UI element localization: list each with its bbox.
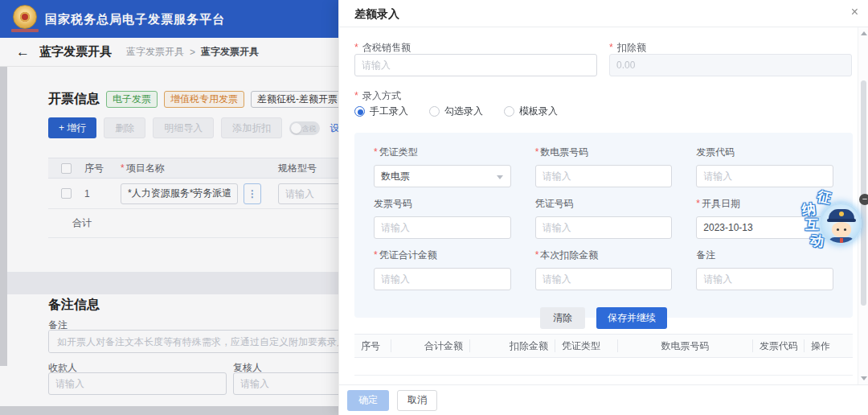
- taxation-emblem-icon: [13, 5, 37, 29]
- voucher-no-label: 凭证号码: [535, 197, 673, 211]
- deduct-amount-field: *本次扣除金额: [535, 249, 673, 290]
- required-mark: *: [121, 162, 125, 174]
- more-options-icon[interactable]: ⋮: [244, 183, 261, 204]
- item-name-input[interactable]: [121, 183, 238, 204]
- col-total-amount: 合计金额: [391, 339, 470, 352]
- radio-manual-entry[interactable]: 手工录入: [354, 105, 408, 118]
- radio-label: 勾选录入: [444, 105, 483, 118]
- invoice-no-field: 发票号码: [374, 197, 511, 239]
- confirm-button[interactable]: 确定: [347, 390, 389, 411]
- voucher-type-field: *凭证类型 数电票: [374, 146, 511, 187]
- drawer-footer: 确定 取消: [339, 384, 868, 415]
- invoice-info-title: 开票信息: [48, 91, 100, 108]
- digital-invoice-no-input[interactable]: [535, 165, 673, 187]
- radio-label: 手工录入: [370, 105, 408, 118]
- assistant-collapse-button[interactable]: −: [859, 194, 868, 205]
- total-label: 合计: [72, 216, 92, 230]
- row-checkbox[interactable]: [61, 188, 72, 199]
- tax-assistant-widget[interactable]: 征 纳 互 动: [798, 185, 867, 254]
- left-gutter: [0, 67, 7, 366]
- payee-input[interactable]: [48, 372, 227, 395]
- deduction-input[interactable]: [609, 54, 852, 76]
- deduct-amount-label: *本次扣除金额: [535, 249, 673, 262]
- detail-import-button[interactable]: 明细导入: [153, 117, 214, 138]
- radio-check-entry[interactable]: 勾选录入: [429, 105, 483, 118]
- select-all-checkbox[interactable]: [61, 163, 72, 174]
- panel-actions: 清除 保存并继续: [374, 300, 833, 329]
- tag-vat-special-invoice: 增值税专用发票: [164, 91, 244, 108]
- col-item-name: * 项目名称: [121, 162, 278, 175]
- page-title: 蓝字发票开具: [39, 44, 112, 60]
- col-seq: 序号: [84, 162, 121, 175]
- deduct-amount-input[interactable]: [535, 268, 673, 290]
- sales-amount-label-text: 含税销售额: [362, 42, 411, 53]
- back-arrow-icon[interactable]: ←: [16, 44, 30, 60]
- entry-mode-radios: 手工录入 勾选录入 模板录入: [354, 105, 558, 118]
- add-row-button[interactable]: + 增行: [48, 117, 96, 138]
- deduction-label: * 扣除额: [609, 41, 646, 55]
- invoice-code-input[interactable]: [696, 165, 833, 187]
- breadcrumb-item[interactable]: 蓝字发票开具: [126, 45, 184, 59]
- toggle-knob: [291, 123, 301, 134]
- officer-tie: [840, 238, 843, 244]
- col-digital-invoice-no: 数电票号码: [618, 339, 753, 352]
- digital-invoice-no-field: *数电票号码: [535, 146, 673, 187]
- cancel-button[interactable]: 取消: [397, 390, 437, 411]
- delete-button[interactable]: 删除: [104, 117, 145, 138]
- voucher-type-label: *凭证类型: [374, 146, 511, 159]
- assistant-avatar[interactable]: [820, 203, 862, 244]
- add-discount-button[interactable]: 添加折扣: [221, 117, 282, 138]
- remark-info-title: 备注信息: [48, 297, 100, 314]
- officer-eye: [844, 228, 846, 231]
- digital-invoice-no-label: *数电票号码: [535, 146, 673, 159]
- required-mark: *: [609, 42, 613, 53]
- required-mark: *: [354, 42, 358, 53]
- toggle-label: 含税: [301, 124, 316, 134]
- radio-label: 模板录入: [519, 105, 558, 118]
- spec-input[interactable]: [278, 183, 341, 204]
- col-item-name-label: 项目名称: [126, 162, 165, 175]
- col-seq: 序号: [354, 339, 391, 352]
- sales-amount-input[interactable]: [354, 54, 597, 76]
- col-invoice-code: 发票代码: [753, 339, 805, 352]
- form-remark-input[interactable]: [696, 268, 833, 290]
- voucher-total-input[interactable]: [374, 268, 511, 290]
- difference-entry-drawer: 差额录入 × * 含税销售额 * 扣除额 * 录入方式 手工录入 勾选录入: [338, 0, 868, 415]
- voucher-total-field: *凭证合计金额: [374, 249, 511, 290]
- col-deduct-amount: 扣除金额: [470, 339, 555, 352]
- voucher-no-field: 凭证号码: [535, 197, 673, 239]
- breadcrumb-separator: >: [190, 47, 195, 58]
- tag-difference-taxation: 差额征税-差额开票: [251, 91, 344, 108]
- breadcrumb-item-current: 蓝字发票开具: [201, 45, 259, 59]
- entry-mode-label-text: 录入方式: [362, 90, 401, 101]
- entry-mode-label: * 录入方式: [354, 89, 401, 103]
- drawer-title: 差额录入: [354, 7, 399, 22]
- invoice-no-input[interactable]: [374, 216, 511, 239]
- invoice-no-label: 发票号码: [374, 197, 511, 211]
- screen: 国家税务总局电子发票服务平台 ← 蓝字发票开具 蓝字发票开具 > 蓝字发票开具 …: [0, 0, 868, 415]
- emblem-caption: [11, 29, 39, 32]
- voucher-type-select[interactable]: 数电票: [374, 165, 511, 187]
- close-icon[interactable]: ×: [851, 5, 858, 19]
- section-gap: [7, 272, 338, 294]
- voucher-list-table: 序号 合计金额 扣除金额 凭证类型 数电票号码 发票代码 操作: [354, 334, 853, 376]
- voucher-total-label: *凭证合计金额: [374, 249, 511, 262]
- save-and-continue-button[interactable]: 保存并继续: [596, 307, 667, 329]
- scroll-up-icon[interactable]: [861, 31, 867, 35]
- clear-button[interactable]: 清除: [540, 307, 585, 329]
- voucher-type-value: 数电票: [381, 170, 410, 183]
- invoice-code-field: 发票代码: [696, 146, 833, 187]
- tag-electronic-invoice: 电子发票: [106, 91, 158, 108]
- radio-template-entry[interactable]: 模板录入: [504, 105, 558, 118]
- chevron-down-icon: [497, 175, 503, 179]
- required-mark: *: [354, 90, 358, 101]
- invoice-info-header: 开票信息 电子发票 增值税专用发票 差额征税-差额开票: [48, 91, 344, 108]
- voucher-no-input[interactable]: [535, 216, 673, 239]
- tax-included-toggle[interactable]: 含税: [289, 121, 320, 135]
- voucher-table-empty-body: [354, 358, 853, 376]
- row-seq: 1: [84, 188, 121, 199]
- invoice-toolbar: + 增行 删除 明细导入 添加折扣 含税 设置默认: [48, 117, 368, 138]
- radio-icon: [429, 106, 440, 117]
- col-voucher-type: 凭证类型: [555, 339, 618, 352]
- scroll-down-icon[interactable]: [861, 376, 867, 380]
